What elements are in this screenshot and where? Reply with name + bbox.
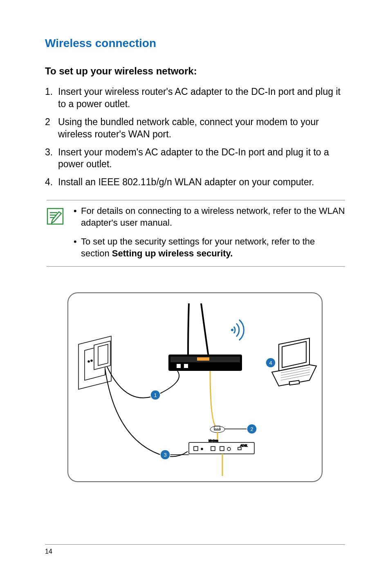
svg-text:2: 2: [250, 426, 253, 432]
router-model-label: RT-N14UHP: [202, 365, 223, 369]
wiring-diagram: RT-N14UHP: [66, 291, 324, 483]
callout-4: 4: [266, 358, 276, 368]
modem-label: Modem: [208, 439, 218, 442]
note-text: To set up the security settings for your…: [81, 236, 345, 259]
page-footer: 14: [45, 544, 345, 555]
callout-2: 2: [225, 424, 257, 434]
list-item: 3. Insert your modem's AC adapter to the…: [45, 146, 345, 171]
svg-point-22: [201, 448, 203, 450]
wifi-signal-icon: [231, 320, 244, 340]
section-subtitle: To set up your wireless network:: [45, 65, 345, 77]
page-number: 14: [45, 548, 52, 555]
note-icon: [47, 205, 64, 259]
wall-outlet: [78, 336, 111, 389]
bullet: •: [74, 205, 81, 229]
list-item: • To set up the security settings for yo…: [74, 236, 345, 259]
list-item: 4. Install an IEEE 802.11b/g/n WLAN adap…: [45, 176, 345, 189]
svg-rect-10: [177, 364, 181, 368]
step-number: 1.: [45, 86, 58, 110]
wan-label: WAN: [214, 428, 221, 431]
svg-text:1: 1: [154, 392, 157, 398]
svg-rect-11: [184, 364, 188, 368]
svg-rect-26: [238, 447, 241, 450]
list-item: 1. Insert your wireless router's AC adap…: [45, 86, 345, 110]
svg-rect-9: [197, 357, 209, 361]
section-title: Wireless connection: [45, 37, 345, 50]
step-text: Insert your modem's AC adapter to the DC…: [58, 146, 345, 171]
step-text: Install an IEEE 802.11b/g/n WLAN adapter…: [58, 176, 345, 189]
list-item: 2 Using the bundled network cable, conne…: [45, 116, 345, 141]
laptop: [272, 338, 316, 386]
adsl-label: ADSL: [240, 444, 248, 447]
callout-1: 1: [150, 390, 160, 400]
steps-list: 1. Insert your wireless router's AC adap…: [45, 86, 345, 189]
step-number: 3.: [45, 146, 58, 171]
svg-text:3: 3: [164, 451, 166, 458]
step-number: 2: [45, 116, 58, 141]
svg-rect-24: [220, 447, 224, 451]
modem: Modem ADSL: [189, 439, 254, 454]
svg-point-6: [91, 360, 92, 361]
list-item: • For details on connecting to a wireles…: [74, 205, 345, 229]
bullet: •: [74, 236, 81, 259]
svg-point-25: [227, 447, 231, 451]
step-text: Using the bundled network cable, connect…: [58, 116, 345, 141]
svg-rect-21: [194, 447, 198, 451]
step-number: 4.: [45, 176, 58, 189]
svg-rect-23: [211, 447, 215, 451]
wan-port: WAN: [210, 371, 225, 433]
router: RT-N14UHP: [168, 303, 242, 371]
notes-list: • For details on connecting to a wireles…: [74, 205, 345, 259]
svg-point-12: [231, 329, 233, 331]
step-text: Insert your wireless router's AC adapter…: [58, 86, 345, 110]
callout-3: 3: [160, 450, 189, 460]
note-block: • For details on connecting to a wireles…: [47, 200, 345, 266]
note-text: For details on connecting to a wireless …: [81, 205, 345, 229]
svg-point-5: [88, 361, 90, 362]
svg-text:4: 4: [269, 359, 272, 366]
